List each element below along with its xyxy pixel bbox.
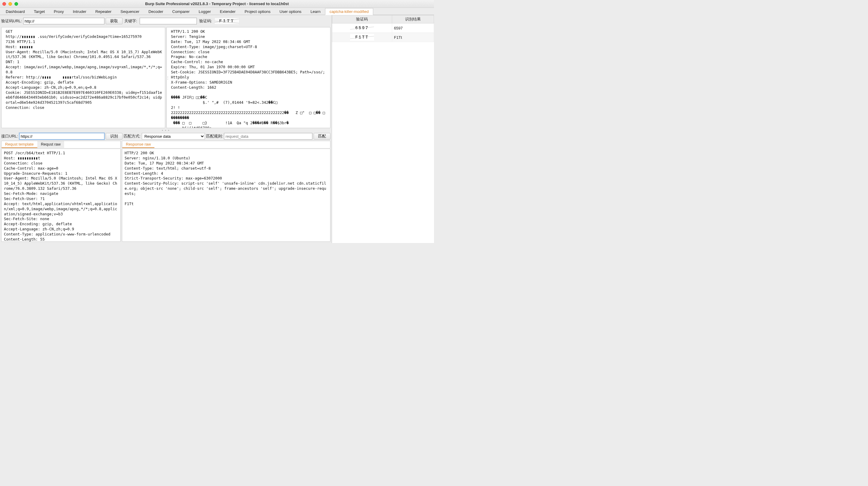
match-rule-input[interactable]: [224, 133, 312, 139]
captcha-response-text[interactable]: HTTP/1.1 200 OK Server: Tengine Date: Tu…: [168, 27, 330, 128]
subtab-request-raw[interactable]: Requst raw: [37, 141, 64, 148]
captcha-preview-label: 验证码:: [199, 18, 212, 24]
main-tabbar: Dashboard Target Proxy Intruder Repeater…: [0, 8, 434, 15]
results-panel: 验证码 识别结果 6597 6597 F1TT F1Tt: [332, 15, 434, 243]
response-raw-text[interactable]: HTTP/2 200 OK Server: nginx/1.18.0 (Ubun…: [122, 149, 330, 208]
captcha-preview-image: F1TT: [214, 18, 240, 25]
tab-proxy[interactable]: Proxy: [49, 8, 68, 15]
tab-sequencer[interactable]: Sequencer: [116, 8, 144, 15]
tab-repeater[interactable]: Repeater: [91, 8, 116, 15]
result-cell: 6597: [392, 24, 434, 33]
tab-comparer[interactable]: Comparer: [168, 8, 194, 15]
captcha-request-text[interactable]: GET http://▮▮▮▮▮▮ .sso/VerifyCode/verify…: [3, 27, 165, 128]
captcha-url-input[interactable]: [23, 18, 104, 24]
tab-project-options[interactable]: Project options: [240, 8, 275, 15]
results-header-captcha[interactable]: 验证码: [332, 15, 392, 24]
match-button[interactable]: 匹配: [314, 133, 331, 139]
results-table[interactable]: 验证码 识别结果 6597 6597 F1TT F1Tt: [332, 15, 434, 42]
tab-user-options[interactable]: User options: [275, 8, 306, 15]
recognize-button[interactable]: 识别: [106, 133, 123, 139]
tab-captcha-killer[interactable]: captcha-killer-modified: [325, 8, 373, 15]
subtab-response-raw[interactable]: Response raw: [122, 141, 154, 148]
tab-intruder[interactable]: Intruder: [68, 8, 91, 15]
match-rule-label: 匹配规则:: [206, 133, 223, 139]
window-title: Burp Suite Professional v2021.8.3 - Temp…: [0, 1, 434, 6]
captcha-thumb-icon: F1TT: [350, 34, 374, 41]
zoom-window-icon[interactable]: [14, 2, 18, 6]
tab-dashboard[interactable]: Dashboard: [1, 8, 30, 15]
window-titlebar: Burp Suite Professional v2021.8.3 - Temp…: [0, 0, 434, 8]
keyword-label: 关键字:: [124, 18, 137, 24]
get-button[interactable]: 获取: [106, 18, 123, 24]
table-row[interactable]: 6597 6597: [332, 24, 434, 33]
tab-logger[interactable]: Logger: [194, 8, 215, 15]
result-cell: F1Tt: [392, 33, 434, 42]
captcha-url-label: 验证码URL:: [1, 18, 22, 24]
request-template-text[interactable]: POST /ocr/b64/text HTTP/1.1 Host: ▮▮▮▮▮▮…: [1, 149, 120, 242]
subtab-request-template[interactable]: Requst template: [1, 141, 37, 148]
match-mode-label: 匹配方式:: [124, 133, 141, 139]
minimize-window-icon[interactable]: [8, 2, 12, 6]
horizontal-splitter-icon[interactable]: • • •: [1, 129, 331, 132]
captcha-request-pane[interactable]: ⋮ GET http://▮▮▮▮▮▮ .sso/VerifyCode/veri…: [1, 27, 165, 128]
tab-learn[interactable]: Learn: [306, 8, 325, 15]
match-mode-select[interactable]: Response data: [142, 133, 205, 139]
keyword-input[interactable]: [140, 18, 197, 24]
interface-url-input[interactable]: [19, 133, 104, 139]
tab-decoder[interactable]: Decoder: [144, 8, 168, 15]
tab-extender[interactable]: Extender: [216, 8, 240, 15]
results-header-result[interactable]: 识别结果: [392, 15, 434, 24]
tab-target[interactable]: Target: [30, 8, 49, 15]
captcha-response-pane[interactable]: ⋮ HTTP/1.1 200 OK Server: Tengine Date: …: [166, 27, 331, 128]
table-row[interactable]: F1TT F1Tt: [332, 33, 434, 42]
interface-url-label: 接口URL:: [1, 133, 18, 139]
captcha-thumb-icon: 6597: [350, 25, 374, 31]
close-window-icon[interactable]: [2, 2, 6, 6]
window-controls: [2, 2, 18, 6]
